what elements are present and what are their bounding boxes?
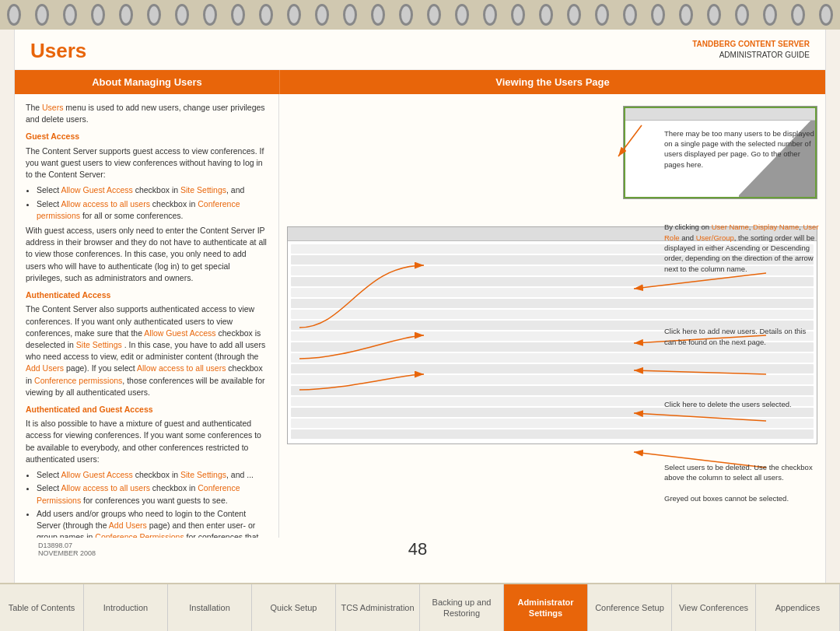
spiral-21 [455, 4, 469, 26]
allow-access-link-3[interactable]: Allow access to all users [61, 483, 150, 493]
spiral-12 [203, 4, 217, 26]
spiral-25 [567, 4, 581, 26]
spiral-binding [0, 0, 840, 30]
auth-access-p1: The Content Server also supports authent… [26, 303, 268, 398]
site-settings-link-3[interactable]: Site Settings [180, 470, 226, 479]
section-header-left: About Managing Users [15, 70, 279, 94]
allow-guest-access-link[interactable]: Allow Guest Access [61, 185, 133, 195]
section-headers: About Managing Users Viewing the Users P… [15, 70, 825, 94]
brand-highlight: TANDBERG CONTENT SERVER [692, 40, 810, 48]
content-columns: The Users menu is used to add new users,… [15, 94, 825, 538]
right-column: There may be too many users to be displa… [279, 94, 825, 538]
spiral-13 [231, 4, 245, 26]
tab-view-conferences[interactable]: View Conferences [672, 584, 756, 631]
users-link[interactable]: Users [42, 103, 63, 112]
add-users-link-1[interactable]: Add Users [26, 363, 64, 373]
spiral-34 [819, 4, 833, 26]
spiral-30 [707, 4, 721, 26]
doc-date: NOVEMBER 2008 [38, 549, 96, 557]
nav-tabs-container: Table of Contents Introduction Installat… [0, 584, 840, 631]
page-header: Users TANDBERG CONTENT SERVER ADMINISTRA… [15, 30, 825, 70]
annotation-3: Click here to add new users. Details on … [664, 326, 819, 347]
auth-bullet-2: Select Allow access to all users checkbo… [37, 482, 268, 506]
tab-admin-settings[interactable]: Administrator Settings [504, 584, 588, 631]
guest-access-p1: The Content Server supports guest access… [26, 145, 268, 181]
annotation-5: Select users to be deleted. Use the chec… [664, 462, 819, 503]
auth-guest-p1: It is also possible to have a mixture of… [26, 418, 268, 465]
annotation-4: Click here to delete the users selected. [664, 399, 819, 409]
tab-backing-up[interactable]: Backing up and Restoring [420, 584, 504, 631]
page-wrapper: Users TANDBERG CONTENT SERVER ADMINISTRA… [0, 0, 840, 631]
spiral-16 [315, 4, 329, 26]
spiral-19 [399, 4, 413, 26]
brand-name: TANDBERG CONTENT SERVER [692, 39, 810, 50]
auth-access-title: Authenticated Access [26, 289, 268, 301]
doc-id: D13898.07 [38, 542, 96, 549]
site-settings-link-2[interactable]: Site Settings [76, 340, 122, 349]
auth-guest-bullets: Select Allow Guest Access checkbox in Si… [37, 469, 268, 538]
spiral-22 [483, 4, 497, 26]
right-annotations-panel: There may be too many users to be displa… [658, 94, 825, 538]
spiral-14 [259, 4, 273, 26]
spiral-18 [371, 4, 385, 26]
intro-text: The Users menu is used to add new users,… [26, 102, 268, 125]
spiral-29 [679, 4, 693, 26]
allow-access-link-1[interactable]: Allow access to all users [61, 199, 150, 209]
spiral-15 [287, 4, 301, 26]
guest-access-p2: With guest access, users only need to en… [26, 225, 268, 284]
allow-guest-link-2[interactable]: Allow Guest Access [144, 328, 215, 338]
section-header-right: Viewing the Users Page [279, 70, 825, 94]
bottom-navigation: Table of Contents Introduction Installat… [0, 583, 840, 631]
site-settings-link-1[interactable]: Site Settings [180, 185, 226, 195]
allow-guest-link-3[interactable]: Allow Guest Access [61, 470, 133, 479]
spiral-20 [427, 4, 441, 26]
annotation-1: There may be too many users to be displa… [664, 128, 819, 170]
spiral-27 [623, 4, 637, 26]
tab-appendices[interactable]: Appendices [756, 584, 840, 631]
tab-tcs-admin[interactable]: TCS Administration [336, 584, 420, 631]
tab-conference-setup[interactable]: Conference Setup [588, 584, 672, 631]
guest-bullets: Select Allow Guest Access checkbox in Si… [37, 184, 268, 222]
spiral-26 [595, 4, 609, 26]
auth-bullet-1: Select Allow Guest Access checkbox in Si… [37, 469, 268, 481]
user-group-link: User/Group [696, 233, 734, 242]
auth-guest-title: Authenticated and Guest Access [26, 404, 268, 415]
left-column: The Users menu is used to add new users,… [15, 94, 279, 538]
tab-quick-setup[interactable]: Quick Setup [252, 584, 336, 631]
spiral-31 [735, 4, 749, 26]
tab-installation[interactable]: Installation [168, 584, 252, 631]
add-users-link-2[interactable]: Add Users [109, 521, 147, 530]
auth-bullet-3: Add users and/or groups who need to logi… [37, 508, 268, 538]
spiral-24 [539, 4, 553, 26]
spiral-9 [119, 4, 133, 26]
spiral-33 [791, 4, 805, 26]
page-number: 48 [408, 539, 427, 559]
guest-bullet-2: Select Allow access to all users checkbo… [37, 198, 268, 222]
display-name-link: Display Name [753, 223, 799, 231]
spirals-container [0, 4, 840, 26]
spiral-5 [7, 4, 21, 26]
spiral-7 [63, 4, 77, 26]
spiral-23 [511, 4, 525, 26]
guest-access-title: Guest Access [26, 131, 268, 142]
diagram-area: There may be too many users to be displa… [279, 94, 825, 538]
spiral-6 [35, 4, 49, 26]
conf-perms-link-4[interactable]: Conference Permissions [95, 532, 184, 538]
spiral-28 [651, 4, 665, 26]
brand-info: TANDBERG CONTENT SERVER ADMINISTRATOR GU… [692, 39, 810, 61]
conf-perms-link-2[interactable]: Conference permissions [34, 376, 122, 385]
user-name-link: User Name [712, 223, 749, 231]
spiral-8 [91, 4, 105, 26]
spiral-11 [175, 4, 189, 26]
brand-subtitle: ADMINISTRATOR GUIDE [692, 50, 810, 61]
tab-table-of-contents[interactable]: Table of Contents [0, 584, 84, 631]
spiral-32 [763, 4, 777, 26]
annotation-2: By clicking on User Name, Display Name, … [664, 222, 819, 273]
tab-introduction[interactable]: Introduction [84, 584, 168, 631]
guest-bullet-1: Select Allow Guest Access checkbox in Si… [37, 184, 268, 196]
page-title: Users [30, 39, 86, 63]
allow-access-link-2[interactable]: Allow access to all users [137, 363, 226, 373]
spiral-10 [147, 4, 161, 26]
spiral-17 [343, 4, 357, 26]
page-footer: D13898.07 NOVEMBER 2008 48 [15, 538, 825, 561]
